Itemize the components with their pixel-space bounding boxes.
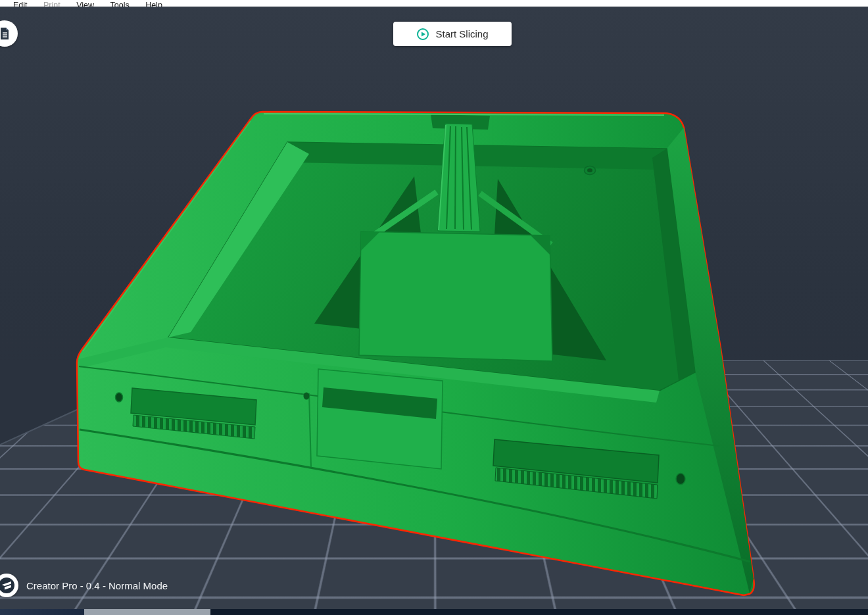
bottom-taskbar-sliver: [0, 609, 868, 615]
front-center-box: [317, 369, 443, 469]
printer-status-text: Creator Pro - 0.4 - Normal Mode: [26, 580, 168, 591]
document-icon: [0, 27, 11, 40]
start-slicing-label: Start Slicing: [435, 28, 488, 39]
bed-left-edge-wall: [0, 360, 85, 445]
screw-hole-mid: [304, 393, 310, 400]
menu-item-help[interactable]: Help: [145, 1, 162, 7]
start-slicing-button[interactable]: Start Slicing: [393, 22, 512, 46]
menu-item-view[interactable]: View: [76, 1, 94, 7]
screw-hole-right: [676, 474, 685, 485]
taskbar-segment-dark: [0, 609, 84, 615]
menu-bar: Edit Print View Tools Help: [0, 0, 868, 7]
status-bar: Creator Pro - 0.4 - Normal Mode: [0, 574, 168, 597]
model-center-panel: [359, 232, 552, 361]
screw-hole-left: [116, 393, 123, 402]
viewport-3d[interactable]: Start Slicing Creator Pro - 0.4 - Normal…: [0, 7, 868, 609]
menu-item-edit[interactable]: Edit: [13, 1, 28, 7]
taskbar-segment-light[interactable]: [84, 609, 210, 615]
play-circle-icon: [416, 28, 429, 41]
scene-canvas: [0, 7, 868, 609]
menu-item-tools[interactable]: Tools: [110, 1, 129, 7]
flashprint-window: Edit Print View Tools Help: [0, 0, 868, 615]
flashforge-logo-icon: [0, 574, 18, 597]
model-3d[interactable]: [77, 112, 754, 595]
menu-item-print: Print: [43, 1, 60, 7]
top-hole: [587, 168, 592, 172]
